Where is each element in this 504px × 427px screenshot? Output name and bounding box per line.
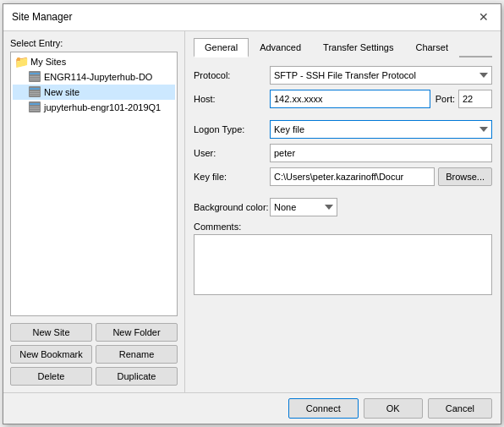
- tab-general[interactable]: General: [194, 38, 249, 57]
- protocol-row: Protocol: SFTP - SSH File Transfer Proto…: [194, 66, 492, 85]
- duplicate-btn[interactable]: Duplicate: [96, 367, 178, 386]
- tree-item-my-sites[interactable]: 📁My Sites: [13, 54, 175, 69]
- server-icon: [28, 101, 41, 114]
- tab-charset[interactable]: Charset: [404, 38, 459, 57]
- dialog-title: Site Manager: [12, 11, 72, 23]
- bg-color-row: Background color: None: [194, 198, 492, 216]
- dialog-footer: Connect OK Cancel: [3, 392, 501, 424]
- svg-rect-9: [30, 95, 40, 96]
- connect-button[interactable]: Connect: [288, 398, 359, 419]
- bg-color-label: Background color:: [194, 202, 270, 212]
- key-file-row: Key file: Browse...: [194, 167, 492, 186]
- tree-item-label: ENGR114-Jupyterhub-DO: [44, 72, 152, 82]
- user-input[interactable]: [270, 144, 492, 162]
- protocol-select[interactable]: SFTP - SSH File Transfer Protocol: [270, 66, 492, 85]
- title-bar: Site Manager ✕: [3, 4, 501, 31]
- close-button[interactable]: ✕: [475, 8, 492, 25]
- svg-rect-13: [30, 108, 40, 109]
- new-site-btn[interactable]: New Site: [10, 323, 92, 342]
- tree-item-engr114[interactable]: ENGR114-Jupyterhub-DO: [13, 69, 175, 85]
- port-input[interactable]: [458, 90, 492, 108]
- tree-item-label: jupyterhub-engr101-2019Q1: [44, 102, 161, 112]
- server-icon: [28, 70, 41, 84]
- user-row: User:: [194, 144, 492, 162]
- dialog-body: Select Entry: 📁My Sites ENGR114-Jupyterh…: [3, 31, 501, 392]
- key-file-input[interactable]: [270, 167, 435, 186]
- svg-rect-7: [30, 91, 40, 92]
- comments-label: Comments:: [194, 222, 492, 232]
- svg-rect-12: [30, 107, 40, 107]
- port-label: Port:: [436, 94, 455, 104]
- svg-rect-11: [30, 103, 40, 105]
- logon-type-select[interactable]: Key file: [270, 120, 492, 139]
- server-icon: [28, 85, 41, 99]
- bg-color-select[interactable]: None: [270, 198, 337, 216]
- user-label: User:: [194, 148, 270, 158]
- svg-rect-2: [30, 76, 40, 77]
- svg-rect-1: [30, 73, 40, 74]
- port-group: Port:: [436, 90, 492, 108]
- svg-rect-3: [30, 78, 40, 79]
- host-input[interactable]: [270, 90, 430, 108]
- logon-type-row: Logon Type: Key file: [194, 120, 492, 139]
- tree-item-label: New site: [44, 87, 79, 97]
- host-row: Host: Port:: [194, 90, 492, 108]
- tabs-bar: GeneralAdvancedTransfer SettingsCharset: [194, 38, 492, 57]
- cancel-button[interactable]: Cancel: [428, 398, 492, 419]
- left-panel-buttons: New SiteNew FolderNew BookmarkRenameDele…: [10, 323, 178, 386]
- tree-item-jupyterhub[interactable]: jupyterhub-engr101-2019Q1: [13, 100, 175, 115]
- logon-type-label: Logon Type:: [194, 124, 270, 134]
- ok-button[interactable]: OK: [364, 398, 423, 419]
- browse-button[interactable]: Browse...: [438, 167, 492, 186]
- folder-icon: 📁: [14, 55, 28, 68]
- svg-rect-4: [30, 79, 40, 80]
- new-folder-btn[interactable]: New Folder: [96, 323, 178, 342]
- left-panel: Select Entry: 📁My Sites ENGR114-Jupyterh…: [3, 31, 185, 392]
- tree-item-label: My Sites: [30, 57, 66, 67]
- tree-view[interactable]: 📁My Sites ENGR114-Jupyterhub-DO New site…: [10, 52, 178, 316]
- host-label: Host:: [194, 94, 270, 104]
- general-tab-content: Protocol: SFTP - SSH File Transfer Proto…: [194, 66, 492, 298]
- delete-btn[interactable]: Delete: [10, 367, 92, 386]
- svg-rect-14: [30, 110, 40, 111]
- rename-btn[interactable]: Rename: [96, 345, 178, 364]
- select-entry-label: Select Entry:: [10, 38, 178, 48]
- protocol-label: Protocol:: [194, 70, 270, 80]
- tab-advanced[interactable]: Advanced: [249, 38, 312, 57]
- new-bookmark-btn[interactable]: New Bookmark: [10, 345, 92, 364]
- site-manager-dialog: Site Manager ✕ Select Entry: 📁My Sites E…: [3, 3, 501, 424]
- right-panel: GeneralAdvancedTransfer SettingsCharset …: [185, 31, 501, 392]
- key-file-label: Key file:: [194, 172, 270, 182]
- tree-item-new-site[interactable]: New site: [13, 85, 175, 100]
- svg-rect-6: [30, 88, 40, 90]
- svg-rect-8: [30, 93, 40, 94]
- comments-textarea[interactable]: [194, 234, 492, 295]
- tab-transfer-settings[interactable]: Transfer Settings: [312, 38, 404, 57]
